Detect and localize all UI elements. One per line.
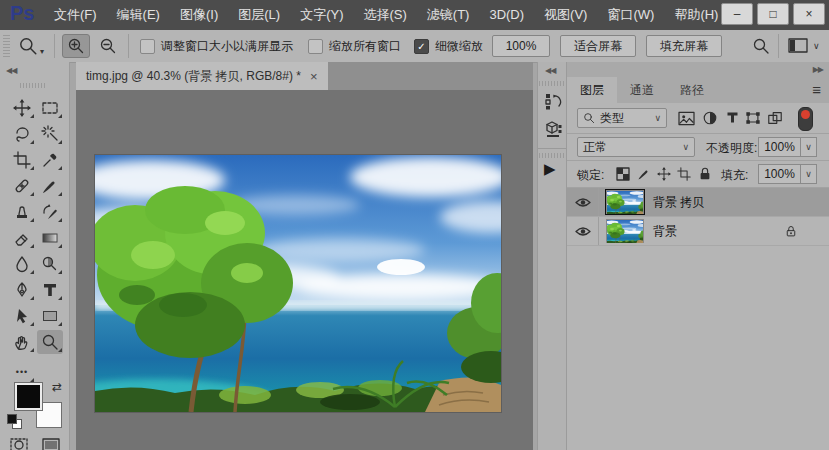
zoom-100-button[interactable]: 100% <box>492 35 550 57</box>
filter-shape-layers-icon[interactable] <box>745 110 761 126</box>
quick-mask-icon[interactable] <box>10 438 28 450</box>
screen-mode-icon[interactable] <box>42 438 60 450</box>
layer-name[interactable]: 背景 <box>653 223 677 240</box>
healing-brush-tool[interactable] <box>9 174 35 198</box>
lock-position-icon[interactable] <box>657 167 671 181</box>
brush-tool[interactable] <box>37 174 63 198</box>
menu-file[interactable]: 文件(F) <box>44 0 107 30</box>
zoom-in-button[interactable] <box>62 34 90 58</box>
foreground-color-swatch[interactable] <box>15 383 42 410</box>
toolbox: ◀◀ <box>0 62 70 450</box>
marquee-tool[interactable] <box>37 96 63 120</box>
lock-all-icon[interactable] <box>698 166 712 181</box>
fit-screen-button[interactable]: 适合屏幕 <box>560 35 636 57</box>
history-panel-icon[interactable] <box>544 92 562 110</box>
magic-wand-tool[interactable] <box>37 122 63 146</box>
strip-grip[interactable] <box>539 153 565 158</box>
history-brush-tool[interactable] <box>37 200 63 224</box>
lock-pixels-icon[interactable] <box>637 167 651 181</box>
move-tool[interactable] <box>9 96 35 120</box>
photo-image[interactable] <box>95 155 501 412</box>
toolbox-collapse-icon[interactable]: ◀◀ <box>6 66 16 75</box>
eraser-tool[interactable] <box>9 226 35 250</box>
zoom-out-icon <box>99 37 117 55</box>
filter-type-combo[interactable]: 类型 ∨ <box>577 108 667 128</box>
options-bar: ▾ 调整窗口大小以满屏显示 缩放所有窗口 ✓ 细微缩放 100% 适合屏幕 填充… <box>0 30 829 63</box>
filter-toggle-switch[interactable] <box>798 107 813 131</box>
lock-artboard-icon[interactable] <box>677 167 691 181</box>
type-tool[interactable] <box>37 278 63 302</box>
edit-toolbar-ellipsis[interactable]: ••• <box>9 360 35 384</box>
layer-row-background[interactable]: 背景 <box>567 217 829 246</box>
layer-thumbnail[interactable] <box>606 190 644 214</box>
visibility-toggle[interactable] <box>567 188 599 216</box>
toolbox-grip[interactable] <box>20 83 46 88</box>
search-icon[interactable] <box>752 37 770 55</box>
resize-window-checkbox[interactable]: 调整窗口大小以满屏显示 <box>140 38 293 55</box>
tab-paths[interactable]: 路径 <box>667 77 717 103</box>
blur-tool[interactable] <box>9 252 35 276</box>
opacity-label: 不透明度: <box>706 140 757 157</box>
swap-colors-icon[interactable]: ⇄ <box>52 380 62 394</box>
menu-filter[interactable]: 滤镜(T) <box>417 0 480 30</box>
workspace-switcher[interactable]: ∨ <box>788 38 820 53</box>
layer-row-background-copy[interactable]: 背景 拷贝 <box>567 188 829 217</box>
zoom-tool[interactable] <box>37 330 63 354</box>
menu-edit[interactable]: 编辑(E) <box>107 0 170 30</box>
zoom-out-button[interactable] <box>94 34 122 58</box>
filter-smart-object-icon[interactable] <box>767 110 783 126</box>
menu-layer[interactable]: 图层(L) <box>228 0 290 30</box>
menu-help[interactable]: 帮助(H) <box>664 0 728 30</box>
tab-close-icon[interactable]: × <box>310 69 318 84</box>
maximize-button[interactable]: □ <box>757 3 789 25</box>
lasso-tool[interactable] <box>9 122 35 146</box>
eyedropper-tool[interactable] <box>37 148 63 172</box>
minimize-button[interactable]: – <box>721 3 753 25</box>
document-tab[interactable]: timg.jpg @ 40.3% (背景 拷贝, RGB/8#) * × <box>76 62 328 90</box>
tab-layers[interactable]: 图层 <box>567 77 617 103</box>
tab-bar: timg.jpg @ 40.3% (背景 拷贝, RGB/8#) * × <box>76 62 533 90</box>
lock-transparency-icon[interactable] <box>616 167 630 181</box>
path-select-tool[interactable] <box>9 304 35 328</box>
hand-tool[interactable] <box>9 330 35 354</box>
menu-view[interactable]: 视图(V) <box>534 0 597 30</box>
blend-mode-combo[interactable]: 正常 ∨ <box>577 137 695 157</box>
menu-select[interactable]: 选择(S) <box>353 0 416 30</box>
default-fg-mini <box>7 414 17 424</box>
clone-stamp-tool[interactable] <box>9 200 35 224</box>
menu-type[interactable]: 文字(Y) <box>290 0 353 30</box>
magic-wand-icon <box>41 125 59 143</box>
menu-3d[interactable]: 3D(D) <box>479 0 534 30</box>
fill-chevron[interactable]: ∨ <box>801 164 817 184</box>
zoom-tool-badge[interactable]: ▾ <box>18 36 44 56</box>
pen-tool[interactable] <box>9 278 35 302</box>
gradient-tool[interactable] <box>37 226 63 250</box>
scrubby-zoom-checkbox[interactable]: ✓ 细微缩放 <box>414 38 483 55</box>
fill-screen-button[interactable]: 填充屏幕 <box>646 35 722 57</box>
strip-collapse-icon[interactable]: ◀◀ <box>545 66 555 75</box>
fill-value[interactable]: 100% <box>758 164 801 184</box>
layer-name[interactable]: 背景 拷贝 <box>653 194 704 211</box>
visibility-toggle[interactable] <box>567 217 599 245</box>
3d-panel-icon[interactable] <box>544 120 562 138</box>
filter-adjustment-icon[interactable] <box>702 110 718 126</box>
options-grip[interactable] <box>3 35 10 57</box>
layer-thumbnail[interactable] <box>606 219 644 243</box>
filter-pixel-layers-icon[interactable] <box>678 111 695 126</box>
menu-window[interactable]: 窗口(W) <box>597 0 664 30</box>
strip-grip[interactable] <box>539 81 565 86</box>
close-button[interactable]: × <box>793 3 825 25</box>
opacity-chevron[interactable]: ∨ <box>801 137 817 157</box>
menu-image[interactable]: 图像(I) <box>170 0 228 30</box>
dodge-tool[interactable] <box>37 252 63 276</box>
dock-collapse-icon[interactable]: ▶▶ <box>813 65 823 74</box>
canvas[interactable] <box>76 90 533 450</box>
zoom-all-windows-checkbox[interactable]: 缩放所有窗口 <box>308 38 401 55</box>
tab-channels[interactable]: 通道 <box>617 77 667 103</box>
crop-tool[interactable] <box>9 148 35 172</box>
shape-tool[interactable] <box>37 304 63 328</box>
panel-menu-icon[interactable]: ≡ <box>812 80 821 100</box>
filter-type-layers-icon[interactable] <box>725 110 740 125</box>
actions-panel-icon[interactable]: ▶ <box>544 160 556 178</box>
opacity-value[interactable]: 100% <box>758 137 801 157</box>
